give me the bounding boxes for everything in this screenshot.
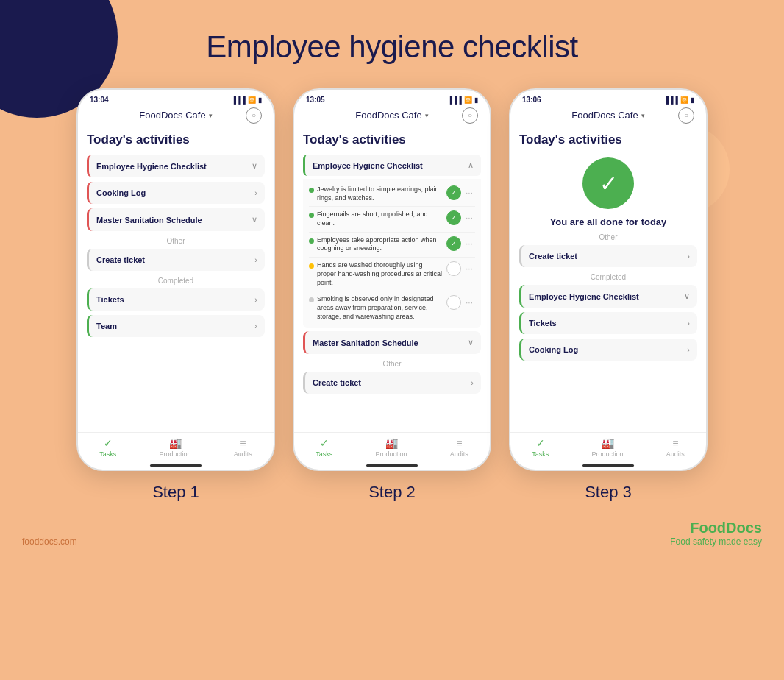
dot-icon: [309, 238, 314, 244]
list-item[interactable]: Create ticket ›: [303, 372, 481, 394]
other-label-3: Other: [519, 233, 697, 241]
chevron-icon: ›: [687, 252, 690, 261]
nav-tasks-3[interactable]: ✓ Tasks: [532, 437, 549, 458]
status-icons-2: ▐▐▐ 🛜 ▮: [448, 96, 478, 104]
nav-tasks-2[interactable]: ✓ Tasks: [316, 437, 332, 458]
phone-2-content: Today's activities Employee Hygiene Chec…: [294, 127, 490, 404]
nav-tasks-1[interactable]: ✓ Tasks: [99, 437, 116, 458]
production-icon: 🏭: [385, 437, 398, 449]
list-item[interactable]: Create ticket ›: [87, 249, 265, 271]
checklist-actions: ···: [446, 261, 475, 276]
more-button[interactable]: ···: [463, 188, 475, 198]
footer: fooddocs.com FoodDocs Food safety made e…: [0, 508, 784, 562]
checklist-actions: ···: [446, 295, 475, 310]
phone-1: 13:04 ▐▐▐ 🛜 ▮ FoodDocs Cafe ▾ ○ Today's …: [76, 88, 275, 471]
list-item[interactable]: Tickets ›: [519, 312, 697, 334]
time-2: 13:05: [306, 96, 325, 104]
nav-audits-3[interactable]: ≡ Audits: [666, 437, 685, 458]
nav-tasks-label: Tasks: [99, 450, 116, 458]
brand-tagline: Food safety made easy: [670, 536, 762, 547]
signal-icon: ▐▐▐: [448, 96, 462, 104]
checklist-item: Hands are washed thoroughly using proper…: [309, 258, 475, 291]
chevron-icon: ›: [254, 255, 257, 264]
audits-icon: ≡: [456, 437, 462, 449]
status-icons-1: ▐▐▐ 🛜 ▮: [232, 96, 262, 104]
more-button[interactable]: ···: [463, 263, 475, 274]
checklist-actions: ✓ ···: [446, 185, 475, 200]
check-button[interactable]: ✓: [446, 185, 461, 200]
app-header-3: FoodDocs Cafe ▾ ○: [510, 107, 706, 127]
check-button[interactable]: [446, 261, 461, 276]
step-3-label: Step 3: [509, 483, 708, 502]
production-icon: 🏭: [602, 437, 614, 449]
list-item[interactable]: Employee Hygiene Checklist ∨: [87, 155, 265, 177]
list-item[interactable]: Create ticket ›: [519, 245, 697, 267]
app-name-3: FoodDocs Cafe ▾: [571, 110, 644, 121]
phones-container: 13:04 ▐▐▐ 🛜 ▮ FoodDocs Cafe ▾ ○ Today's …: [0, 88, 784, 471]
item-label: Cooking Log: [529, 345, 687, 354]
checklist-header-expanded[interactable]: Employee Hygiene Checklist ∧: [303, 155, 481, 176]
check-button[interactable]: [446, 295, 461, 310]
steps-container: Step 1 Step 2 Step 3: [0, 483, 784, 502]
more-button[interactable]: ···: [463, 297, 475, 308]
item-label: Master Sanitation Schedule: [96, 216, 252, 224]
nav-audits-1[interactable]: ≡ Audits: [234, 437, 252, 458]
completed-label-3: Completed: [519, 273, 697, 281]
checklist-text: Employees take appropriate action when c…: [317, 236, 443, 253]
list-item[interactable]: Team ›: [87, 315, 265, 337]
nav-audits-2[interactable]: ≡ Audits: [450, 437, 468, 458]
battery-icon: ▮: [474, 96, 478, 104]
production-icon: 🏭: [169, 437, 182, 449]
chevron-icon: ▾: [641, 112, 645, 119]
nav-production-3[interactable]: 🏭 Production: [591, 437, 623, 458]
list-item[interactable]: Master Sanitation Schedule ∨: [303, 331, 481, 354]
phone-1-content: Today's activities Employee Hygiene Chec…: [78, 127, 274, 347]
list-item[interactable]: Master Sanitation Schedule ∨: [87, 208, 265, 231]
dot-icon: [309, 213, 314, 218]
list-item[interactable]: Employee Hygiene Checklist ∨: [519, 285, 697, 308]
notch-3: [575, 90, 641, 106]
item-label: Employee Hygiene Checklist: [529, 292, 684, 301]
chevron-icon: ∨: [252, 161, 257, 171]
website-link[interactable]: fooddocs.com: [22, 536, 77, 547]
tasks-icon: ✓: [104, 437, 113, 449]
wifi-icon: 🛜: [680, 96, 688, 104]
nav-production-1[interactable]: 🏭 Production: [159, 437, 190, 458]
signal-icon: ▐▐▐: [664, 96, 678, 104]
more-button[interactable]: ···: [463, 213, 475, 223]
app-header-1: FoodDocs Cafe ▾ ○: [78, 107, 274, 127]
status-icons-3: ▐▐▐ 🛜 ▮: [664, 96, 694, 104]
completed-label-1: Completed: [87, 277, 265, 285]
dot-icon: [309, 188, 314, 193]
page-title: Employee hygiene checklist: [0, 0, 784, 65]
nav-production-2[interactable]: 🏭 Production: [375, 437, 407, 458]
phone-1-wrapper: 13:04 ▐▐▐ 🛜 ▮ FoodDocs Cafe ▾ ○ Today's …: [76, 88, 275, 471]
list-item[interactable]: Tickets ›: [87, 288, 265, 311]
battery-icon: ▮: [258, 96, 262, 104]
done-text: You are all done for today: [519, 216, 697, 227]
section-title-3: Today's activities: [519, 132, 697, 147]
app-name-2: FoodDocs Cafe ▾: [355, 110, 428, 121]
user-icon-1[interactable]: ○: [246, 107, 262, 124]
checklist-text: Jewelry is limited to simple earrings, p…: [317, 185, 443, 202]
more-button[interactable]: ···: [463, 238, 475, 249]
chevron-icon: ▾: [209, 112, 213, 119]
check-button[interactable]: ✓: [446, 236, 461, 251]
tasks-icon: ✓: [320, 437, 329, 449]
item-label: Master Sanitation Schedule: [313, 339, 468, 347]
section-title-1: Today's activities: [87, 132, 265, 147]
list-item[interactable]: Cooking Log ›: [519, 339, 697, 361]
other-label-2: Other: [303, 360, 481, 368]
user-icon-3[interactable]: ○: [678, 107, 694, 124]
checklist-section-label: Employee Hygiene Checklist: [313, 161, 423, 170]
bottom-nav-3: ✓ Tasks 🏭 Production ≡ Audits: [510, 432, 706, 462]
dot-icon: [309, 263, 314, 269]
list-item[interactable]: Cooking Log ›: [87, 182, 265, 204]
item-label: Tickets: [529, 319, 687, 327]
check-button[interactable]: ✓: [446, 210, 461, 225]
chevron-icon: ∨: [468, 338, 474, 347]
chevron-icon: ›: [254, 188, 257, 197]
wifi-icon: 🛜: [248, 96, 256, 104]
bottom-nav-1: ✓ Tasks 🏭 Production ≡ Audits: [78, 432, 274, 462]
user-icon-2[interactable]: ○: [462, 107, 478, 124]
